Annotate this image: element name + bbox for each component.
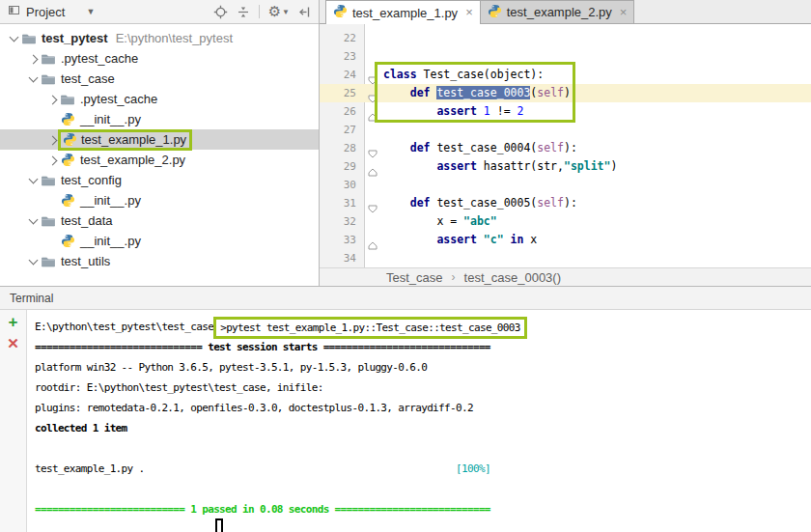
terminal-text: plugins: remotedata-0.2.1, openfiles-0.3… <box>35 402 473 414</box>
code-line-28: def test_case_0004(self): <box>383 139 577 157</box>
tree-item-.pytest_cache[interactable]: .pytest_cache <box>0 48 319 69</box>
code-token: assert <box>436 233 483 246</box>
terminal-text: platform win32 -- Python 3.6.5, pytest-3… <box>35 361 427 374</box>
line-number: 31 <box>320 194 356 212</box>
tab-label: test_example_2.py <box>507 5 612 19</box>
editor-area[interactable]: 222324class Test_case(object):25 def tes… <box>320 24 811 267</box>
top-area: Project ▼ ⚙▼ <box>0 0 811 286</box>
fold-marker-down-icon[interactable] <box>368 199 378 217</box>
line-number: 34 <box>320 249 356 267</box>
tree-item-__init__.py[interactable]: __init__.py <box>0 231 319 251</box>
terminal-line-10: ========================== 1 passed in 0… <box>35 499 811 519</box>
hide-panel-icon[interactable] <box>298 6 311 18</box>
code-token: x <box>523 233 537 246</box>
code-token <box>383 233 436 246</box>
ide-window: Project ▼ ⚙▼ <box>0 0 811 532</box>
chevron-right-icon[interactable] <box>44 153 60 168</box>
fold-marker-down-icon[interactable] <box>368 144 378 162</box>
fold-marker-up-icon[interactable] <box>368 162 378 181</box>
line-number: 26 <box>320 102 356 121</box>
command-highlight-box: >pytest test_example_1.py::Test_case::te… <box>213 317 527 339</box>
project-root-path: E:\python\test_pytest <box>116 31 233 45</box>
project-panel-header: Project ▼ ⚙▼ <box>0 0 319 24</box>
tree-item-__init__.py[interactable]: __init__.py <box>0 109 319 129</box>
collapse-all-icon[interactable] <box>237 5 250 18</box>
chevron-spacer <box>44 112 60 127</box>
code-token: "split" <box>564 159 610 173</box>
folder-icon <box>60 92 75 107</box>
close-session-icon[interactable]: ✕ <box>7 337 19 350</box>
code-token: ) <box>610 159 617 173</box>
tab-label: test_example_1.py <box>352 6 458 20</box>
terminal-output[interactable]: E:\python\test_pytest\test_case>pytest t… <box>27 310 811 532</box>
terminal-line-5: plugins: remotedata-0.2.1, openfiles-0.3… <box>35 398 811 418</box>
terminal-line-8: test_example_1.py . [100%] <box>35 459 811 479</box>
line-number: 24 <box>320 66 356 84</box>
python-icon <box>62 132 77 148</box>
code-token <box>383 196 410 210</box>
code-token: self <box>537 141 564 154</box>
project-panel-title[interactable]: Project <box>26 5 65 19</box>
line-number: 25 <box>320 84 356 102</box>
tree-item-test_case[interactable]: test_case <box>0 69 319 89</box>
close-tab-icon[interactable]: × <box>465 8 473 17</box>
tree-item-test_config[interactable]: test_config <box>0 170 319 190</box>
tree-item-test_example_2.py[interactable]: test_example_2.py <box>0 150 319 170</box>
terminal-line-11 <box>35 519 811 532</box>
tree-item-test_data[interactable]: test_data <box>0 210 319 231</box>
tree-item-label: test_config <box>61 173 122 187</box>
chevron-down-icon[interactable] <box>25 173 41 188</box>
code-token <box>504 233 511 246</box>
editor-tab-test_example_2.py[interactable]: test_example_2.py× <box>481 0 635 23</box>
code-token: test_case_0004( <box>436 141 537 154</box>
folder-icon <box>41 254 56 269</box>
fold-marker-up-icon[interactable] <box>368 236 378 254</box>
tree-item-__init__.py[interactable]: __init__.py <box>0 190 319 210</box>
terminal-cursor <box>215 518 223 532</box>
settings-gear-icon[interactable]: ⚙▼ <box>268 5 290 18</box>
breadcrumb-separator-icon: › <box>452 270 456 284</box>
chevron-right-icon[interactable] <box>25 51 41 67</box>
folder-icon <box>41 71 56 87</box>
python-icon <box>333 4 348 21</box>
code-token: test_case_0005( <box>436 196 537 210</box>
project-panel: Project ▼ ⚙▼ <box>0 0 320 286</box>
tree-item-.pytest_cache[interactable]: .pytest_cache <box>0 89 319 109</box>
breadcrumb-class[interactable]: Test_case <box>386 270 443 285</box>
tree-item-label: test_example_2.py <box>80 153 185 167</box>
chevron-down-icon[interactable] <box>25 213 41 229</box>
chevron-down-icon[interactable] <box>6 31 21 46</box>
tree-item-test_pytest[interactable]: test_pytestE:\python\test_pytest <box>0 28 319 48</box>
chevron-down-icon[interactable] <box>25 71 41 87</box>
terminal-text: collected 1 item <box>35 422 127 434</box>
toolbar-divider <box>259 5 260 18</box>
locate-file-icon[interactable] <box>213 5 228 19</box>
line-number: 22 <box>320 29 356 47</box>
project-dropdown-arrow-icon[interactable]: ▼ <box>86 7 95 16</box>
code-token: ): <box>564 196 577 210</box>
code-token <box>383 141 410 154</box>
folder-icon <box>41 213 56 229</box>
tree-item-label: test_pytest <box>42 31 108 45</box>
editor-tab-test_example_1.py[interactable]: test_example_1.py× <box>325 0 481 24</box>
line-number: 30 <box>320 176 356 194</box>
chevron-spacer <box>44 234 60 249</box>
tree-item-label: __init__.py <box>80 234 141 248</box>
close-tab-icon[interactable]: × <box>620 8 628 17</box>
python-icon <box>60 112 75 127</box>
tree-item-label: test_case <box>61 71 115 86</box>
code-line-33: assert "c" in x <box>383 231 537 249</box>
terminal-line-3: platform win32 -- Python 3.6.5, pytest-3… <box>35 357 811 378</box>
breadcrumb-method[interactable]: test_case_0003() <box>464 270 561 285</box>
chevron-down-icon[interactable] <box>25 254 41 269</box>
tree-item-test_example_1.py[interactable]: test_example_1.py <box>0 129 319 150</box>
editor-panel: test_example_1.py×test_example_2.py× 222… <box>320 0 811 286</box>
tree-item-label: test_utils <box>61 254 110 268</box>
editor-tab-bar: test_example_1.py×test_example_2.py× <box>320 0 811 24</box>
new-session-icon[interactable]: + <box>9 315 18 330</box>
chevron-right-icon[interactable] <box>44 92 60 107</box>
terminal-line-9 <box>35 479 811 499</box>
tree-item-test_utils[interactable]: test_utils <box>0 251 319 271</box>
terminal-text: test_example_1.py . <box>35 462 144 475</box>
terminal-header[interactable]: Terminal <box>0 287 811 310</box>
